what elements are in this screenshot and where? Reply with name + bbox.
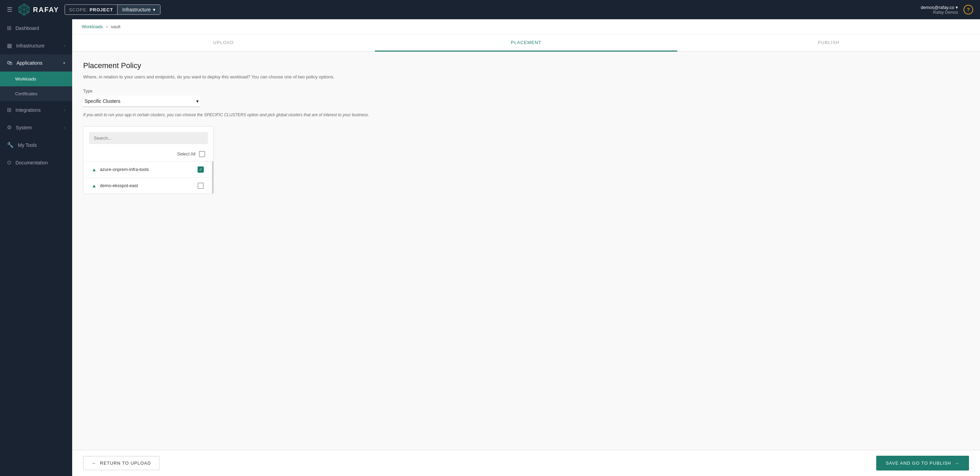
sidebar-item-dashboard[interactable]: ⊞ Dashboard	[0, 19, 72, 37]
cluster-item-demo: ▲ demo-eksspot-east	[83, 177, 212, 193]
header-left: ☰ RAFAY SCOPE: PROJECT Infrastructure ▾	[7, 3, 161, 16]
logo-icon	[18, 3, 30, 16]
header: ☰ RAFAY SCOPE: PROJECT Infrastructure ▾	[0, 0, 980, 19]
hamburger-icon[interactable]: ☰	[7, 6, 13, 13]
user-info[interactable]: demos@rafay.co ▾ Rafay Demos	[921, 5, 958, 15]
scope-dropdown[interactable]: Infrastructure ▾	[117, 5, 160, 14]
sidebar-label-system: System	[16, 125, 32, 130]
breadcrumb: Workloads > vault	[72, 19, 980, 34]
dashboard-icon: ⊞	[7, 25, 11, 31]
save-label: SAVE AND GO TO PUBLISH	[886, 460, 951, 466]
sidebar-item-applications[interactable]: 🛍 Applications ▾	[0, 54, 72, 72]
return-to-upload-button[interactable]: ← RETURN TO UPLOAD	[83, 456, 159, 470]
cluster-checkbox-azure[interactable]: ✓	[197, 166, 204, 173]
footer: ← RETURN TO UPLOAD SAVE AND GO TO PUBLIS…	[72, 450, 980, 476]
type-field-label: Type	[83, 89, 969, 94]
scope-dropdown-caret: ▾	[153, 7, 155, 13]
select-all-checkbox[interactable]	[199, 151, 205, 157]
section-title: Placement Policy	[83, 61, 969, 70]
sidebar-item-documentation[interactable]: ⊙ Documentation	[0, 154, 72, 171]
type-dropdown-caret: ▾	[196, 98, 199, 104]
breadcrumb-separator: >	[105, 24, 108, 29]
main-content: Workloads > vault UPLOAD PLACEMENT PUBLI…	[72, 19, 980, 476]
breadcrumb-workloads[interactable]: Workloads	[82, 24, 103, 29]
sidebar-label-infrastructure: Infrastructure	[16, 43, 45, 48]
logo-text: RAFAY	[33, 6, 59, 14]
cluster-arrow-icon: ▲	[92, 167, 97, 172]
sidebar-item-integrations[interactable]: ⊞ Integrations ›	[0, 101, 72, 119]
sidebar-label-integrations: Integrations	[16, 107, 41, 113]
save-arrow-icon: →	[955, 460, 959, 466]
cluster-name-demo: demo-eksspot-east	[100, 183, 138, 188]
select-all-row: Select All	[83, 150, 213, 161]
tabs: UPLOAD PLACEMENT PUBLISH	[72, 34, 980, 51]
cluster-item-azure: ▲ azure-onprem-infra-tools ✓	[83, 161, 212, 177]
header-right: demos@rafay.co ▾ Rafay Demos ?	[921, 5, 974, 15]
my-tools-icon: 🔧	[7, 142, 14, 148]
sidebar-item-infrastructure[interactable]: ▦ Infrastructure ›	[0, 37, 72, 54]
scope-badge: SCOPE: PROJECT Infrastructure ▾	[65, 5, 161, 15]
sidebar-label-dashboard: Dashboard	[16, 26, 39, 31]
section-description: Where, in relation to your users and end…	[83, 73, 969, 80]
integrations-icon: ⊞	[7, 107, 11, 113]
chevron-right-icon-3: ›	[64, 126, 65, 129]
placement-content: Placement Policy Where, in relation to y…	[72, 51, 980, 450]
chevron-right-icon: ›	[64, 44, 65, 48]
sidebar: ⊞ Dashboard ▦ Infrastructure › 🛍 Applica…	[0, 19, 72, 476]
return-arrow-icon: ←	[92, 460, 97, 466]
sidebar-label-applications: Applications	[16, 60, 43, 66]
user-email: demos@rafay.co ▾	[921, 5, 958, 10]
scope-label: SCOPE: PROJECT	[65, 5, 117, 14]
sidebar-item-my-tools[interactable]: 🔧 My Tools	[0, 136, 72, 154]
type-value: Specific Clusters	[84, 98, 120, 104]
infrastructure-icon: ▦	[7, 42, 12, 49]
tab-upload[interactable]: UPLOAD	[72, 34, 375, 51]
user-dropdown-icon: ▾	[956, 5, 958, 10]
sidebar-item-workloads[interactable]: Workloads	[0, 72, 72, 86]
sidebar-item-certificates[interactable]: Certificates	[0, 86, 72, 101]
sidebar-label-my-tools: My Tools	[18, 142, 37, 148]
logo: RAFAY	[18, 3, 59, 16]
sidebar-item-system[interactable]: ⚙ System ›	[0, 119, 72, 136]
sidebar-label-documentation: Documentation	[16, 160, 48, 165]
cluster-search-input[interactable]	[89, 132, 208, 144]
cluster-name-azure: azure-onprem-infra-tools	[100, 167, 149, 172]
cluster-selector-box: Select All ▲ azure-onprem-infra-tools ✓	[83, 126, 214, 194]
chevron-down-icon: ▾	[63, 61, 65, 65]
cluster-arrow-icon-2: ▲	[92, 183, 97, 188]
type-dropdown[interactable]: Specific Clusters ▾	[83, 96, 200, 107]
save-and-publish-button[interactable]: SAVE AND GO TO PUBLISH →	[876, 456, 969, 471]
scope-dropdown-value: Infrastructure	[123, 7, 151, 13]
select-all-label: Select All	[177, 151, 196, 157]
cluster-list: ▲ azure-onprem-infra-tools ✓ ▲ demo-ekss…	[83, 161, 213, 193]
type-hint: If you wish to run your app in certain c…	[83, 112, 392, 118]
applications-icon: 🛍	[7, 60, 13, 66]
sidebar-sub-applications: Workloads Certificates	[0, 72, 72, 101]
tab-placement[interactable]: PLACEMENT	[375, 34, 678, 51]
documentation-icon: ⊙	[7, 159, 11, 166]
system-icon: ⚙	[7, 124, 12, 131]
layout: ⊞ Dashboard ▦ Infrastructure › 🛍 Applica…	[0, 19, 980, 476]
breadcrumb-current: vault	[111, 24, 120, 29]
user-org: Rafay Demos	[921, 10, 958, 15]
chevron-right-icon-2: ›	[64, 108, 65, 112]
cluster-checkbox-demo[interactable]	[197, 183, 204, 189]
return-label: RETURN TO UPLOAD	[100, 460, 151, 466]
help-icon[interactable]: ?	[964, 5, 973, 14]
tab-publish[interactable]: PUBLISH	[677, 34, 980, 51]
